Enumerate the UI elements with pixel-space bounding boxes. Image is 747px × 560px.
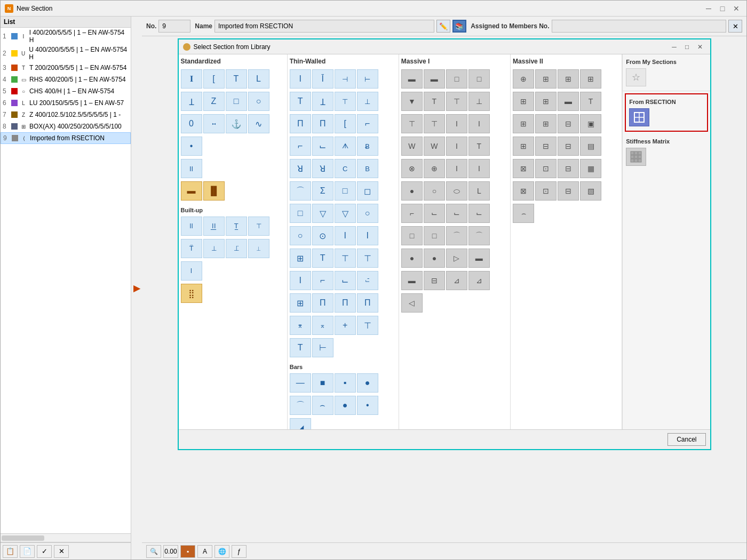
- m1-2[interactable]: ▬: [424, 69, 445, 89]
- m1-29[interactable]: □: [401, 226, 423, 245]
- stiffness-button[interactable]: [626, 148, 646, 166]
- bar-8[interactable]: •: [357, 396, 378, 415]
- tw-33[interactable]: ⊞: [290, 249, 311, 268]
- m1-6[interactable]: T: [424, 92, 445, 111]
- tw-26[interactable]: ▽: [312, 204, 333, 223]
- buildup-1[interactable]: ΙΙ: [181, 217, 202, 236]
- shape-wave[interactable]: ∿: [248, 114, 269, 133]
- tw-34[interactable]: T: [312, 249, 333, 268]
- view-button[interactable]: 🌐: [214, 545, 229, 558]
- buildup-4[interactable]: ⊤: [248, 217, 269, 236]
- m1-5[interactable]: ▼: [401, 92, 423, 111]
- bar-5[interactable]: ⌒: [290, 396, 311, 415]
- buildup-6[interactable]: ⊥: [203, 239, 225, 258]
- assigned-input[interactable]: [552, 20, 726, 33]
- tw-36[interactable]: ⊤: [357, 249, 378, 268]
- tw-41[interactable]: ⊞: [290, 293, 311, 313]
- m2-16[interactable]: ▤: [580, 137, 601, 156]
- m2-25[interactable]: ⌢: [513, 204, 534, 223]
- m2-15[interactable]: ⊟: [558, 137, 579, 156]
- bar-1[interactable]: —: [290, 373, 311, 393]
- m1-38[interactable]: ⊟: [424, 271, 445, 290]
- scrollbar[interactable]: [1, 534, 131, 542]
- shape-anchor[interactable]: ⚓: [226, 114, 247, 133]
- m1-13[interactable]: W: [401, 137, 423, 156]
- tw-35[interactable]: ⊤: [335, 249, 356, 268]
- tw-14[interactable]: ⌙: [312, 137, 333, 156]
- tw-47[interactable]: +: [335, 316, 356, 335]
- tw-46[interactable]: ⌅: [312, 316, 333, 335]
- buildup-orange[interactable]: ⣿: [181, 284, 202, 303]
- m2-18[interactable]: ⊡: [535, 159, 557, 178]
- tw-38[interactable]: ⌐: [312, 271, 333, 290]
- tw-15[interactable]: ᗑ: [335, 137, 356, 156]
- tw-17[interactable]: ꓤ: [290, 159, 311, 178]
- formula-button[interactable]: ƒ: [232, 545, 247, 558]
- shape-II[interactable]: ΙΙ: [181, 159, 202, 178]
- assigned-pick-button[interactable]: ✕: [728, 20, 742, 33]
- buildup-9[interactable]: I: [181, 261, 202, 281]
- value-button[interactable]: 0.00: [163, 545, 178, 558]
- m2-4[interactable]: ⊞: [580, 69, 601, 89]
- m2-13[interactable]: ⊞: [513, 137, 534, 156]
- tw-6[interactable]: T: [312, 92, 333, 111]
- scroll-thumb[interactable]: [2, 535, 44, 541]
- shape-orange2[interactable]: ▐▌: [203, 181, 225, 201]
- m1-14[interactable]: W: [424, 137, 445, 156]
- m1-21[interactable]: ●: [401, 181, 423, 201]
- m1-31[interactable]: ⌒: [446, 226, 467, 245]
- bar-9[interactable]: ◢: [290, 418, 311, 429]
- edit-section-button[interactable]: ✏️: [436, 20, 450, 33]
- tw-5[interactable]: T: [290, 92, 311, 111]
- shape-I[interactable]: 𝐈: [181, 69, 202, 89]
- tw-20[interactable]: B: [357, 159, 378, 178]
- search-button[interactable]: 🔍: [146, 545, 161, 558]
- m1-18[interactable]: ⊕: [424, 159, 445, 178]
- tw-37[interactable]: I: [290, 271, 311, 290]
- favorite-button[interactable]: ☆: [626, 68, 646, 86]
- list-item[interactable]: 8 ⊞ BOX(AX) 400/250/200/5/5/5/100: [1, 121, 131, 132]
- tw-45[interactable]: ⌆: [290, 316, 311, 335]
- tw-3[interactable]: ⊣: [335, 69, 356, 89]
- tw-2[interactable]: Ī: [312, 69, 333, 89]
- close-button[interactable]: ✕: [730, 3, 742, 14]
- m2-14[interactable]: ⊟: [535, 137, 557, 156]
- dialog-close[interactable]: ✕: [694, 42, 706, 52]
- m2-9[interactable]: ⊞: [513, 114, 534, 133]
- buildup-8[interactable]: ⟂: [248, 239, 269, 258]
- bar-4[interactable]: ●: [357, 373, 378, 393]
- copy-button[interactable]: 📄: [20, 545, 35, 558]
- list-item[interactable]: 5 ○ CHS 400/H | 1 – EN AW-5754: [1, 85, 131, 97]
- shape-O[interactable]: ○: [248, 92, 269, 111]
- m2-5[interactable]: ⊞: [513, 92, 534, 111]
- shape-Z[interactable]: Z: [203, 92, 225, 111]
- tw-22[interactable]: Σ: [312, 181, 333, 201]
- tw-25[interactable]: □: [290, 204, 311, 223]
- list-item[interactable]: 2 U U 400/200/5/5/5 | 1 – EN AW-5754 H: [1, 45, 131, 62]
- m2-20[interactable]: ▦: [580, 159, 601, 178]
- tw-1[interactable]: I: [290, 69, 311, 89]
- tw-23[interactable]: □: [335, 181, 356, 201]
- m2-21[interactable]: ⊠: [513, 181, 534, 201]
- m1-17[interactable]: ⊗: [401, 159, 423, 178]
- shape-T[interactable]: T: [226, 69, 247, 89]
- m1-26[interactable]: ⌙: [424, 204, 445, 223]
- m1-41[interactable]: ◁: [401, 293, 423, 313]
- m1-36[interactable]: ▬: [468, 249, 490, 268]
- m2-22[interactable]: ⊡: [535, 181, 557, 201]
- m1-33[interactable]: ●: [401, 249, 423, 268]
- m1-8[interactable]: ⊥: [468, 92, 490, 111]
- m1-16[interactable]: T: [468, 137, 490, 156]
- dialog-maximize[interactable]: □: [681, 42, 693, 52]
- tw-18[interactable]: ꓤ: [312, 159, 333, 178]
- m2-2[interactable]: ⊞: [535, 69, 557, 89]
- list-item[interactable]: 1 I I 400/200/5/5/5 | 1 – EN AW-5754 H: [1, 28, 131, 45]
- m2-8[interactable]: T: [580, 92, 601, 111]
- m1-24[interactable]: L: [468, 181, 490, 201]
- name-input[interactable]: [214, 20, 434, 33]
- bar-7[interactable]: ●: [335, 396, 356, 415]
- shape-rect[interactable]: □: [226, 92, 247, 111]
- tw-50[interactable]: ⊣: [312, 338, 333, 357]
- m2-6[interactable]: ⊞: [535, 92, 557, 111]
- m1-7[interactable]: ⊤: [446, 92, 467, 111]
